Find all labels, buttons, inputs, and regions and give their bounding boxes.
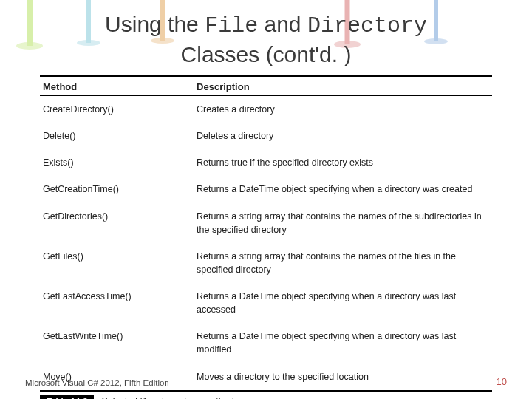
method-cell: GetLastWriteTime(): [40, 323, 194, 363]
table-caption: Table 14-2 Selected Directory class meth…: [40, 395, 492, 399]
desc-cell: Returns a DateTime object specifying whe…: [194, 283, 492, 323]
table-row: Exists()Returns true if the specified di…: [40, 149, 492, 176]
table-row: Move()Moves a directory to the specified…: [40, 364, 492, 390]
desc-cell: Deletes a directory: [194, 123, 492, 149]
desc-cell: Moves a directory to the specified locat…: [194, 364, 492, 390]
table-number-badge: Table 14-2: [40, 395, 94, 399]
title-text-3: Classes (cont'd. ): [181, 42, 352, 66]
table-row: CreateDirectory()Creates a directory: [40, 96, 492, 123]
methods-table: Method Description CreateDirectory()Crea…: [40, 77, 492, 390]
desc-cell: Returns a DateTime object specifying whe…: [194, 176, 492, 202]
method-cell: GetLastAccessTime(): [40, 283, 194, 323]
col-header-description: Description: [194, 77, 492, 95]
slide-title: Using the File and Directory Classes (co…: [22, 9, 510, 72]
method-cell: Delete(): [40, 123, 194, 149]
method-cell: Exists(): [40, 149, 194, 176]
slide: Using the File and Directory Classes (co…: [0, 0, 532, 399]
methods-table-container: Method Description CreateDirectory()Crea…: [40, 75, 492, 399]
table-row: GetLastWriteTime()Returns a DateTime obj…: [40, 323, 492, 363]
col-header-method: Method: [40, 77, 194, 95]
title-text-1: Using the: [105, 12, 205, 36]
table-caption-text: Selected Directory class methods: [101, 396, 239, 399]
desc-cell: Returns true if the specified directory …: [194, 149, 492, 176]
table-row: GetCreationTime()Returns a DateTime obje…: [40, 176, 492, 202]
table-bottom-rule: [40, 390, 492, 392]
method-cell: GetFiles(): [40, 243, 194, 283]
desc-cell: Returns a string array that contains the…: [194, 203, 492, 243]
desc-cell: Returns a DateTime object specifying whe…: [194, 323, 492, 363]
table-row: GetLastAccessTime()Returns a DateTime ob…: [40, 283, 492, 323]
method-cell: GetDirectories(): [40, 203, 194, 243]
method-cell: GetCreationTime(): [40, 176, 194, 202]
table-row: Delete()Deletes a directory: [40, 123, 492, 149]
title-code-file: File: [205, 13, 258, 38]
table-row: GetFiles()Returns a string array that co…: [40, 243, 492, 283]
desc-cell: Creates a directory: [194, 96, 492, 123]
table-header-row: Method Description: [40, 77, 492, 95]
title-code-directory: Directory: [307, 13, 427, 38]
method-cell: Move(): [40, 364, 194, 390]
title-text-2: and: [258, 12, 307, 36]
slide-number: 10: [497, 376, 507, 387]
method-cell: CreateDirectory(): [40, 96, 194, 123]
desc-cell: Returns a string array that contains the…: [194, 243, 492, 283]
table-row: GetDirectories()Returns a string array t…: [40, 203, 492, 243]
